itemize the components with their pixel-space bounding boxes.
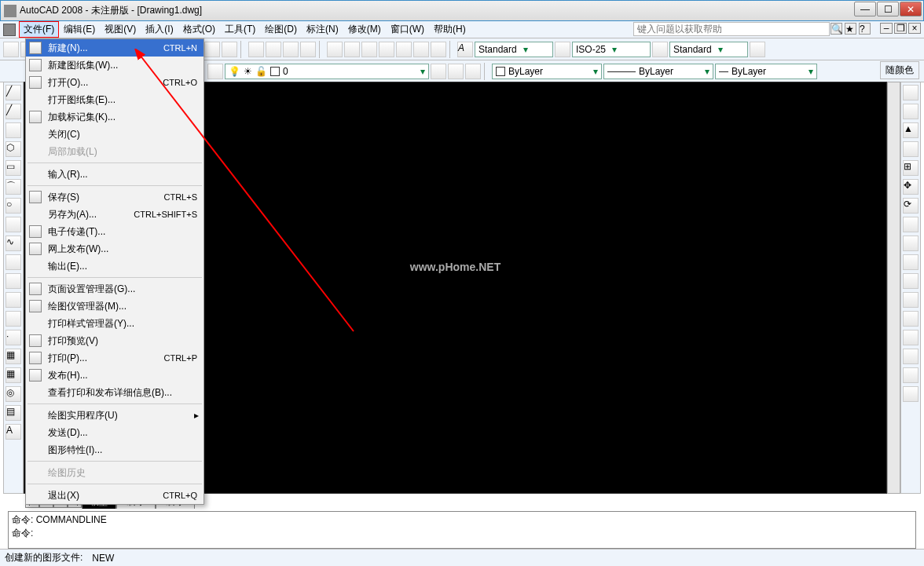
layer-iso-icon[interactable] xyxy=(465,64,481,79)
layer-combo[interactable]: 💡 ☀ 🔓 0 ▾ xyxy=(225,64,429,79)
calc-icon[interactable] xyxy=(413,42,429,57)
menu-draw[interactable]: 绘图(D) xyxy=(260,21,302,38)
point-icon[interactable]: · xyxy=(6,330,21,345)
color-combo[interactable]: ByLayer▾ xyxy=(492,64,602,79)
menu-item[interactable]: 输入(R)... xyxy=(26,166,204,183)
menu-item[interactable]: 图形特性(I)... xyxy=(26,441,204,458)
help-icon[interactable] xyxy=(431,42,446,57)
ellipse-icon[interactable] xyxy=(6,254,21,270)
copy-obj-icon[interactable] xyxy=(903,104,918,119)
vertical-scrollbar[interactable] xyxy=(887,82,900,494)
mtext-icon[interactable]: A xyxy=(6,424,21,440)
properties-icon[interactable] xyxy=(327,42,343,57)
spline-icon[interactable]: ∿ xyxy=(6,236,21,251)
menu-item[interactable]: 保存(S)CTRL+S xyxy=(26,188,204,206)
menu-file[interactable]: 文件(F) xyxy=(19,21,59,38)
text-style-combo[interactable]: Standard▾ xyxy=(475,42,553,57)
linetype-combo[interactable]: ———ByLayer▾ xyxy=(603,64,713,79)
make-block-icon[interactable] xyxy=(6,311,21,327)
close-button[interactable]: ✕ xyxy=(900,2,922,16)
doc-max-button[interactable]: ❐ xyxy=(894,23,907,34)
doc-min-button[interactable]: – xyxy=(880,23,893,34)
menu-item[interactable]: 查看打印和发布详细信息(B)... xyxy=(26,384,204,401)
sheet-set-icon[interactable] xyxy=(379,42,394,57)
gradient-icon[interactable]: ▦ xyxy=(6,367,21,383)
rect-icon[interactable]: ▭ xyxy=(6,160,21,176)
menu-view[interactable]: 视图(V) xyxy=(100,21,141,38)
menu-edit[interactable]: 编辑(E) xyxy=(59,21,100,38)
line-icon[interactable]: ╱ xyxy=(6,85,21,100)
ellipse-arc-icon[interactable] xyxy=(6,273,21,289)
design-center-icon[interactable] xyxy=(344,42,360,57)
menu-item[interactable]: 新建图纸集(W)... xyxy=(26,57,204,74)
menu-item[interactable]: 打开(O)...CTRL+O xyxy=(26,74,204,91)
rotate-icon[interactable]: ⟳ xyxy=(903,198,918,214)
menu-tools[interactable]: 工具(T) xyxy=(220,21,260,38)
menu-item[interactable]: 页面设置管理器(G)... xyxy=(26,280,204,298)
menu-item[interactable]: 打开图纸集(E)... xyxy=(26,91,204,108)
join-icon[interactable] xyxy=(903,330,918,345)
xline-icon[interactable]: ╱ xyxy=(6,104,21,119)
offset-icon[interactable] xyxy=(903,141,918,157)
menu-item[interactable]: 绘图仪管理器(M)... xyxy=(26,298,204,315)
minimize-button[interactable]: — xyxy=(854,2,876,16)
region-icon[interactable]: ◎ xyxy=(6,386,21,402)
style-extra-icon[interactable] xyxy=(750,42,765,57)
polygon-icon[interactable]: ⬡ xyxy=(6,141,21,157)
dim-style-combo[interactable]: ISO-25▾ xyxy=(572,42,651,57)
zoom-window-icon[interactable] xyxy=(283,42,299,57)
break-icon[interactable] xyxy=(903,292,918,308)
menu-app-icon[interactable] xyxy=(3,24,16,36)
help-search-input[interactable] xyxy=(633,22,830,36)
chamfer-icon[interactable] xyxy=(903,349,918,364)
menu-item[interactable]: 局部加载(L) xyxy=(26,143,204,160)
erase-icon[interactable] xyxy=(903,85,918,100)
menu-item[interactable]: 电子传递(T)... xyxy=(26,223,204,240)
command-line[interactable]: 命令: COMMANDLINE 命令: xyxy=(8,511,916,549)
menu-insert[interactable]: 插入(I) xyxy=(141,21,178,38)
text-style-icon[interactable]: A xyxy=(457,42,473,57)
doc-close-button[interactable]: × xyxy=(908,23,921,34)
fillet-icon[interactable] xyxy=(903,367,918,383)
menu-item[interactable]: 发布(H)... xyxy=(26,367,204,384)
layer-state-icon[interactable] xyxy=(448,64,464,79)
menu-item[interactable]: 加载标记集(K)... xyxy=(26,108,204,126)
table-icon[interactable]: ▤ xyxy=(6,405,21,421)
table-style-combo[interactable]: Standard▾ xyxy=(669,42,748,57)
menu-item[interactable]: 绘图历史 xyxy=(26,464,204,481)
markup-icon[interactable] xyxy=(396,42,412,57)
layer-prev-icon[interactable] xyxy=(431,64,446,79)
extend-icon[interactable] xyxy=(903,273,918,289)
redo-icon[interactable] xyxy=(222,42,237,57)
menu-item[interactable]: 绘图实用程序(U)▸ xyxy=(26,407,204,424)
menu-format[interactable]: 格式(O) xyxy=(178,21,220,38)
layer-prop-icon[interactable] xyxy=(207,64,223,79)
zoom-realtime-icon[interactable] xyxy=(266,42,281,57)
menu-item[interactable]: 打印样式管理器(Y)... xyxy=(26,315,204,332)
menu-item[interactable]: 另存为(A)...CTRL+SHIFT+S xyxy=(26,206,204,223)
hatch-icon[interactable]: ▦ xyxy=(6,349,21,364)
stretch-icon[interactable] xyxy=(903,236,918,251)
menu-dimension[interactable]: 标注(N) xyxy=(302,21,343,38)
star-icon[interactable]: ★ xyxy=(845,23,856,35)
break2-icon[interactable] xyxy=(903,311,918,327)
table-style-icon[interactable] xyxy=(652,42,668,57)
menu-item[interactable]: 打印(P)...CTRL+P xyxy=(26,349,204,367)
menu-item[interactable]: 打印预览(V) xyxy=(26,332,204,349)
dim-style-icon[interactable] xyxy=(555,42,570,57)
menu-item[interactable]: 发送(D)... xyxy=(26,424,204,441)
mirror-icon[interactable]: ▲ xyxy=(903,122,918,138)
menu-item[interactable]: 输出(E)... xyxy=(26,257,204,275)
move-icon[interactable]: ✥ xyxy=(903,179,918,195)
insert-block-icon[interactable] xyxy=(6,292,21,308)
pan-icon[interactable] xyxy=(248,42,264,57)
new-icon[interactable] xyxy=(3,42,19,57)
menu-item[interactable]: 关闭(C) xyxy=(26,126,204,143)
zoom-prev-icon[interactable] xyxy=(300,42,316,57)
menu-item[interactable]: 新建(N)...CTRL+N xyxy=(26,39,204,57)
menu-help[interactable]: 帮助(H) xyxy=(429,21,471,38)
globe-icon[interactable]: ? xyxy=(859,23,871,35)
circle-icon[interactable]: ○ xyxy=(6,198,21,214)
trim-icon[interactable] xyxy=(903,254,918,270)
menu-item[interactable]: 退出(X)CTRL+Q xyxy=(26,487,204,504)
